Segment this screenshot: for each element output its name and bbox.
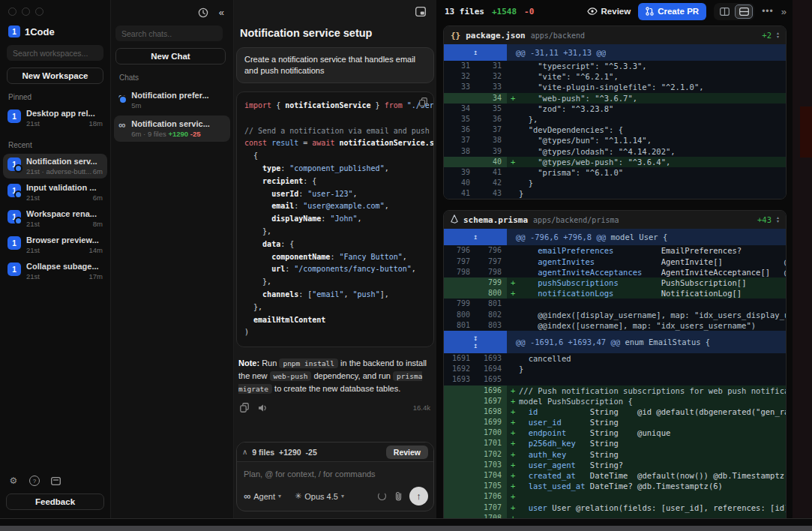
copy-code-icon[interactable] (419, 98, 427, 106)
window-close-button[interactable] (8, 8, 16, 16)
diff-context-line: 3131 "typescript": "^5.3.3", (444, 61, 786, 71)
diff-context-line: 4042 } (444, 178, 786, 188)
code-line: recipient: { (244, 176, 433, 188)
workspaces-sidebar: 1 1Code New Workspace Pinned1Desktop app… (0, 0, 111, 519)
agent-mode-dropdown[interactable]: ∞ Agent ▾ (244, 491, 281, 502)
feedback-button[interactable]: Feedback (6, 494, 104, 510)
chat-title: Notification service setup (240, 27, 436, 39)
lines-removed: -25 (306, 448, 317, 457)
archive-icon[interactable] (50, 476, 61, 486)
user-message: Create a notification service that handl… (236, 47, 434, 83)
new-chat-button[interactable]: New Chat (115, 48, 226, 64)
diff-added-line: 1704+ created_at DateTime @default(now()… (444, 470, 786, 481)
diff-file-path: apps/backend (531, 32, 585, 40)
activity-dot (14, 217, 22, 225)
prisma-icon (451, 214, 458, 226)
code-line: channels: ["email", "push"], (244, 289, 433, 302)
chats-sidebar: « New Chat Chats ∞Notification prefer...… (111, 0, 234, 519)
review-button[interactable]: Review (386, 446, 428, 459)
history-clock-icon[interactable] (198, 8, 208, 18)
sidebar-footer: ⚙ ? (0, 476, 61, 486)
code-line: displayName: "John", (244, 213, 433, 226)
expand-panel-icon[interactable]: » (781, 6, 785, 17)
diff-context-line: 3738 "@types/bun": "^1.1.14", (444, 135, 786, 146)
diff-review-button[interactable]: Review (587, 7, 631, 16)
chat-title-text: Notification prefer... (131, 91, 226, 100)
open-in-window-icon[interactable] (415, 7, 426, 16)
split-view-button[interactable] (715, 4, 733, 19)
unified-view-button[interactable] (735, 4, 753, 19)
diff-added-line: 1696+/// Push notification subscriptions… (444, 386, 786, 396)
window-minimize-button[interactable] (22, 8, 30, 16)
attach-paperclip-icon[interactable] (394, 491, 403, 501)
expand-hunk-icon[interactable]: ↥ (444, 229, 507, 245)
model-dropdown[interactable]: ✳ Opus 4.5 ▾ (295, 491, 344, 501)
chevron-down-icon: ▾ (278, 493, 281, 500)
code-line: }, (244, 302, 433, 314)
code-line: }, (244, 276, 433, 289)
diff-context-line: 799801 (444, 298, 786, 309)
search-chats-input[interactable] (115, 26, 223, 41)
read-aloud-icon[interactable] (258, 404, 268, 412)
workspace-item[interactable]: 1Desktop app rel...21st18m (3, 106, 107, 130)
diff-context-line: 798798 agentInviteAcceptances AgentInvit… (444, 267, 786, 278)
app-brand: 1 1Code (0, 16, 110, 38)
diff-file-header[interactable]: {}package.jsonapps/backend+2▴▾ (444, 26, 786, 44)
workspace-title: Notification serv... (26, 157, 103, 166)
copy-message-icon[interactable] (240, 403, 249, 412)
diff-view-toggle (714, 3, 754, 20)
window-controls[interactable] (0, 0, 110, 16)
diff-added-line: 1705+ last_used_at DateTime? @db.Timesta… (444, 481, 786, 491)
collapse-files-icon[interactable]: ∧ (242, 448, 247, 456)
diff-file-card: {}package.jsonapps/backend+2▴▾↥@@ -31,11… (443, 26, 787, 200)
git-pr-icon (646, 7, 654, 16)
chat-item[interactable]: ∞Notification prefer...5m (114, 87, 230, 113)
collapse-file-icon[interactable]: ▴▾ (777, 32, 779, 39)
send-button[interactable]: ↑ (409, 487, 428, 506)
code-line: type: "component_published", (244, 163, 433, 176)
help-icon[interactable]: ? (29, 476, 40, 486)
new-workspace-button[interactable]: New Workspace (7, 68, 103, 84)
lines-added: +1290 (279, 448, 301, 457)
diff-hunk-row: ↥@@ -796,6 +796,8 @@ model User { (444, 229, 786, 245)
collapse-file-icon[interactable]: ▴▾ (777, 216, 779, 224)
chat-list: ∞Notification prefer...5m∞Notification s… (111, 87, 233, 142)
more-options-icon[interactable]: ••• (762, 6, 774, 16)
window-zoom-button[interactable] (35, 8, 43, 16)
infinity-icon: ∞ (244, 491, 250, 502)
diff-file-header[interactable]: schema.prismaapps/backend/prisma+43▴▾ (444, 211, 786, 229)
message-actions: 16.4k (240, 403, 430, 412)
workspace-list: Pinned1Desktop app rel...21st18mRecent1N… (0, 84, 110, 284)
code-line: email: "user@example.com", (244, 200, 433, 213)
code-line: { (244, 150, 433, 163)
eye-icon (587, 8, 598, 15)
workspace-item[interactable]: 1Workspace rena...21st8m (3, 206, 107, 231)
message-input[interactable] (237, 462, 433, 483)
diff-added-line: 1706+ (444, 491, 786, 502)
expand-hunk-icon[interactable]: ↥ (444, 44, 507, 61)
code-line: url: "/components/fancy-button", (244, 263, 433, 276)
diff-file-list: {}package.jsonapps/backend+2▴▾↥@@ -31,11… (437, 26, 793, 519)
chat-item[interactable]: ∞Notification servic...6m · 9 files +129… (114, 116, 230, 142)
activity-dot (14, 164, 22, 172)
collapse-sidebar-icon[interactable]: « (219, 7, 223, 18)
workspace-item[interactable]: 1Input validation ...21st6m (3, 180, 107, 205)
diff-lines-added: +1548 (492, 7, 517, 16)
workspace-icon: 1 (7, 110, 21, 123)
workspace-item[interactable]: 1Notification serv...21st · adverse-butt… (3, 154, 107, 178)
workspace-title: Browser preview... (26, 236, 103, 244)
token-count: 16.4k (413, 404, 430, 412)
chat-toolbar (234, 0, 436, 16)
composer-files-summary[interactable]: ∧ 9 files +1290 -25 Review (237, 442, 433, 462)
diff-added-line: 1701+ p256dh_key String (444, 438, 786, 448)
workspace-item[interactable]: 1Browser preview...21st14m (3, 232, 107, 257)
workspace-item[interactable]: 1Collapse subage...21st17m (3, 259, 107, 284)
diff-added-line: 799+ pushSubscriptions PushSubscription[… (444, 278, 786, 288)
expand-hunk-icon[interactable]: ↧↥ (444, 331, 507, 353)
composer-toolbar: ∞ Agent ▾ ✳ Opus 4.5 ▾ ↑ (237, 483, 433, 511)
diff-context-line: 3941 "prisma": "^6.1.0" (444, 167, 786, 178)
search-workspaces-input[interactable] (7, 45, 103, 61)
create-pr-button[interactable]: Create PR (638, 3, 706, 20)
diff-context-line: 16911693 cancelled (444, 353, 786, 364)
settings-gear-icon[interactable]: ⚙ (8, 476, 19, 486)
